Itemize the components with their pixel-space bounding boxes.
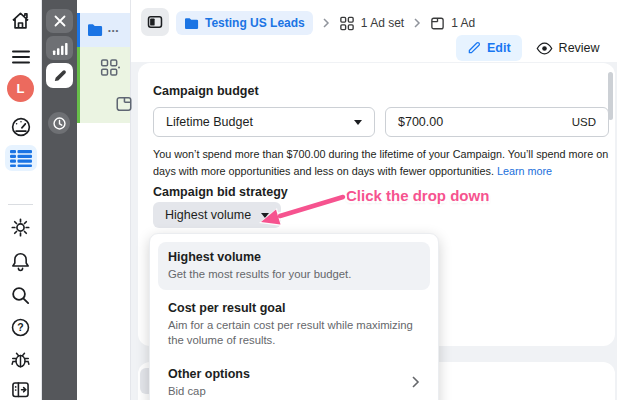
dropdown-item-description: Aim for a certain cost per result while … (168, 318, 416, 348)
sidebar-divider (8, 204, 33, 205)
budget-description: You won’t spend more than $700.00 during… (153, 146, 611, 180)
chart-icon[interactable] (46, 36, 73, 60)
sidebar-toggle-icon (146, 13, 164, 31)
header-actions: Edit Review (456, 35, 600, 61)
bug-icon[interactable] (0, 349, 41, 370)
breadcrumb-separator-icon (322, 17, 330, 29)
breadcrumb-campaign[interactable]: Testing US Leads (176, 11, 313, 35)
dropdown-item-highest-volume[interactable]: Highest volume Get the most results for … (158, 242, 430, 290)
breadcrumb-adset[interactable]: 1 Ad set (339, 16, 404, 31)
avatar-letter: L (7, 75, 34, 102)
folder-icon (184, 17, 199, 30)
adset-grid-icon (100, 58, 120, 77)
close-icon[interactable] (46, 9, 73, 33)
menu-icon[interactable] (0, 48, 41, 66)
breadcrumb-separator-icon (413, 17, 421, 29)
ad-frame-icon (430, 16, 445, 31)
avatar[interactable]: L (0, 75, 41, 102)
review-button[interactable]: Review (536, 41, 600, 56)
help-icon[interactable]: ? (0, 317, 41, 338)
budget-type-select[interactable]: Lifetime Budget (153, 107, 375, 137)
app-sidebar: L ? (0, 0, 42, 400)
learn-more-link[interactable]: Learn more (497, 165, 552, 177)
dock-panel-icon[interactable] (0, 379, 41, 400)
currency-label: USD (572, 116, 596, 128)
budget-amount-value: $700.00 (398, 115, 443, 129)
campaign-budget-label: Campaign budget (153, 84, 259, 98)
budget-type-value: Lifetime Budget (166, 115, 253, 129)
pencil-icon[interactable] (46, 63, 73, 88)
caret-down-icon (354, 120, 362, 125)
main-area: Testing US Leads 1 Ad set 1 Ad Edit Revi… (130, 0, 617, 400)
side-toolbar (42, 0, 77, 400)
dropdown-item-title: Highest volume (168, 250, 420, 264)
edit-pencil-icon (467, 41, 481, 55)
more-icon[interactable]: ••• (108, 26, 119, 35)
search-icon[interactable] (0, 285, 41, 306)
breadcrumb-adset-label: 1 Ad set (361, 16, 404, 30)
edit-button-label: Edit (487, 41, 511, 55)
bid-strategy-value: Highest volume (165, 208, 251, 222)
dropdown-item-cost-per-result[interactable]: Cost per result goal Aim for a certain c… (158, 290, 430, 356)
notifications-icon[interactable] (0, 251, 41, 272)
breadcrumb-ad[interactable]: 1 Ad (430, 16, 475, 31)
dropdown-item-description: Get the most results for your budget. (168, 267, 416, 282)
svg-text:?: ? (17, 321, 23, 333)
campaign-tree: ••• (77, 0, 130, 400)
folder-icon (87, 23, 103, 37)
panel-toggle-button[interactable] (141, 8, 169, 36)
dropdown-item-title: Cost per result goal (168, 301, 420, 315)
dropdown-item-title: Other options (168, 367, 420, 381)
breadcrumb-ad-label: 1 Ad (451, 16, 475, 30)
review-button-label: Review (559, 41, 600, 55)
meter-icon[interactable] (0, 116, 41, 138)
table-icon[interactable] (0, 145, 41, 171)
tree-campaign-row[interactable]: ••• (77, 13, 130, 47)
budget-amount-input[interactable]: $700.00 USD (385, 107, 609, 137)
header: Testing US Leads 1 Ad set 1 Ad Edit Revi… (131, 0, 617, 62)
dropdown-item-description: Bid cap (168, 384, 416, 399)
edit-button[interactable]: Edit (456, 35, 522, 61)
annotation-text: Click the drop down (346, 187, 489, 204)
breadcrumb: Testing US Leads 1 Ad set 1 Ad (176, 11, 475, 35)
table-icon-active-bg (5, 145, 37, 171)
eye-icon (536, 41, 553, 56)
tree-adset-block[interactable] (77, 47, 130, 123)
home-icon[interactable] (0, 10, 41, 31)
chevron-right-icon (411, 375, 420, 389)
bid-strategy-dropdown-menu: Highest volume Get the most results for … (149, 233, 439, 400)
annotation-arrow-icon (253, 192, 353, 230)
settings-icon[interactable] (0, 217, 41, 238)
breadcrumb-campaign-label: Testing US Leads (205, 16, 305, 30)
ad-frame-icon (115, 95, 133, 113)
adset-grid-icon (339, 16, 355, 31)
history-icon[interactable] (48, 112, 70, 134)
dropdown-item-other-options[interactable]: Other options Bid cap (158, 356, 430, 400)
